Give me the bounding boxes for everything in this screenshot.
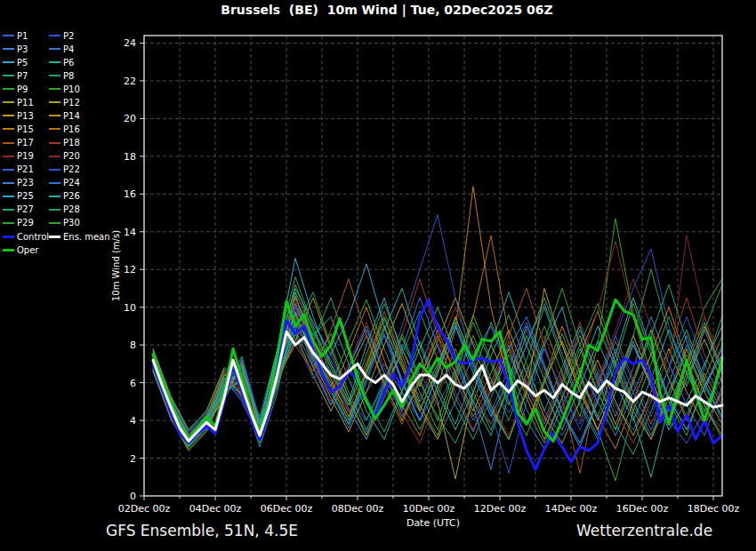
- y-tick-label: 20: [124, 113, 136, 124]
- x-tick-label: 12Dec 00z: [474, 503, 527, 515]
- y-tick-label: 16: [124, 188, 136, 200]
- y-tick-label: 24: [124, 37, 136, 49]
- x-tick-label: 06Dec 00z: [261, 503, 313, 515]
- x-axis-label: Date (UTC): [406, 517, 460, 529]
- x-tick-label: 10Dec 00z: [403, 503, 455, 515]
- x-tick-label: 02Dec 00z: [118, 503, 171, 515]
- site-credit-text: Wetterzentrale.de: [576, 522, 712, 539]
- y-tick-label: 6: [130, 378, 136, 389]
- x-tick-label: 08Dec 00z: [332, 503, 384, 515]
- series-lines: [153, 187, 722, 481]
- y-tick-label: 18: [124, 151, 136, 163]
- x-tick-label: 04Dec 00z: [189, 503, 242, 515]
- x-tick-label: 14Dec 00z: [545, 503, 598, 515]
- series-p5: [153, 259, 722, 442]
- plot-frame: [144, 36, 722, 496]
- y-tick-label: 22: [124, 76, 136, 87]
- y-tick-label: 2: [130, 453, 136, 465]
- y-tick-label: 10: [124, 302, 136, 314]
- x-tick-label: 18Dec 00z: [688, 503, 740, 515]
- x-tick-label: 16Dec 00z: [616, 503, 669, 515]
- y-tick-label: 8: [130, 339, 136, 351]
- y-tick-label: 0: [130, 491, 136, 502]
- model-info-text: GFS Ensemble, 51N, 4.5E: [106, 522, 298, 539]
- y-tick-label: 14: [124, 227, 136, 238]
- series-p15: [153, 187, 722, 449]
- ensemble-meteogram-page: Brussels (BE) 10m Wind | Tue, 02Dec2025 …: [0, 0, 756, 551]
- y-tick-label: 4: [130, 415, 136, 427]
- y-axis-label: 10m Wind (m/s): [111, 230, 121, 301]
- y-tick-label: 12: [124, 264, 136, 276]
- grid: [144, 36, 722, 496]
